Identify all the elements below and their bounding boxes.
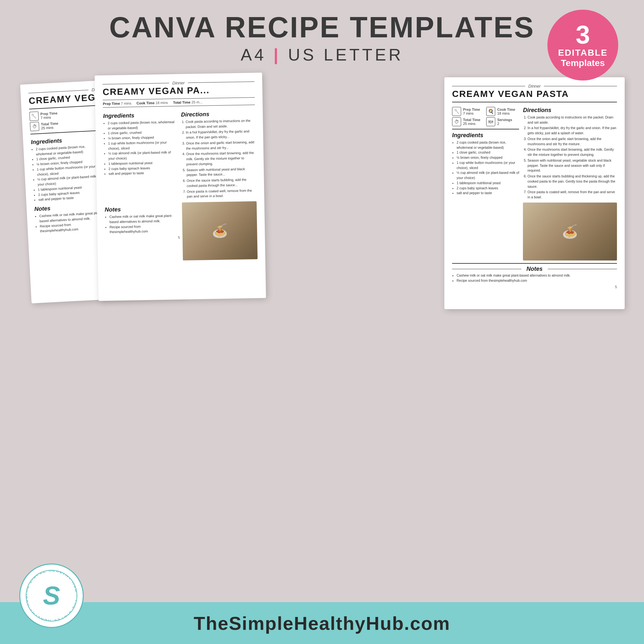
- mid-dir-1: Cook pasta according to instructions on …: [185, 118, 255, 129]
- mid-ing-5: ½ cup almond milk (or plant-based milk o…: [108, 150, 178, 161]
- header: CANVA RECIPE TEMPLATES A4 | US LETTER 3 …: [0, 0, 644, 71]
- servings-value-right: 2: [497, 122, 512, 126]
- total-value-right: 25 mins: [463, 122, 480, 126]
- badge-circle: 3 EDITABLE Templates: [547, 10, 618, 81]
- right-dir-3: Once the onion and garlic start browning…: [527, 137, 617, 147]
- templates-area: Dinner CREAMY VEGAN PASTA 🥄 Prep Time 7 …: [0, 71, 644, 312]
- right-dir-5: Season with nutritional yeast, vegetable…: [527, 158, 617, 173]
- mid-note-2: Recipe sourced from thesimplehealthyhub.…: [109, 223, 180, 235]
- prep-value: 7 mins: [41, 115, 58, 120]
- badge-templates: Templates: [561, 58, 605, 68]
- time-row-inline: Prep Time 7 mins Cook Time 18 mins Total…: [103, 97, 255, 108]
- ingredients-list-mid: 2 cups cooked pasta (brown rice, wholeme…: [103, 119, 178, 176]
- ingredients-list-right: 2 cups cooked pasta (brown rice, wholeme…: [452, 140, 519, 196]
- right-ing-8: salt and pepper to taste: [457, 191, 519, 196]
- right-note-1: Cashew milk or oat milk make great plant…: [457, 273, 617, 278]
- mid-ing-1: 2 cups cooked pasta (brown rice, wholeme…: [108, 119, 177, 131]
- right-ing-1: 2 cups cooked pasta (brown rice, wholeme…: [457, 140, 519, 150]
- servings-label-right: Servings: [497, 118, 512, 122]
- logo-inner: THE SIMPLE HEALTHY HUB • THE SIMPLE HEAL…: [26, 570, 77, 621]
- mid-note-1: Cashew milk or oat milk make great plant…: [109, 213, 180, 224]
- food-photo-mid: [182, 201, 258, 260]
- time-grid-right: 🥄 Prep Time 7 mins 🍳 Cook Time 18 mins: [452, 107, 519, 126]
- badge-number: 3: [576, 22, 590, 48]
- right-dir-6: Once the sauce starts bubbling and thick…: [527, 174, 617, 189]
- subtitle: A4 | US LETTER: [6, 45, 638, 64]
- logo-svg: THE SIMPLE HEALTHY HUB • THE SIMPLE HEAL…: [26, 570, 77, 621]
- directions-title-mid: Directions: [181, 110, 255, 118]
- mid-ing-4: 1 cup white button mushrooms (or your ch…: [108, 140, 178, 151]
- prep-label-right: Prep Time: [463, 108, 480, 111]
- mid-dir-6: Once the sauce starts bubbling, add the …: [187, 177, 257, 188]
- mid-dir-2: In a hot frypan/skillet, dry fry the gar…: [186, 129, 256, 140]
- total-icon: ⏱: [30, 122, 39, 131]
- prep-time-right: 🥄 Prep Time 7 mins: [452, 107, 485, 116]
- subtitle-separator: |: [273, 45, 281, 64]
- right-dir-1: Cook pasta according to instructions on …: [527, 115, 617, 125]
- right-ing-3: ¼ brown onion, finely chopped: [457, 155, 519, 160]
- cook-time-right: 🍳 Cook Time 18 mins: [486, 107, 519, 116]
- notes-list-left: Cashew milk or oat milk make great plant…: [35, 210, 104, 234]
- subtitle-us: US LETTER: [288, 45, 403, 64]
- recipe-card-right: Dinner CREAMY VEGAN PASTA 🥄 Prep Time 7 …: [444, 77, 625, 309]
- mid-dir-4: Once the mushrooms start browning, add t…: [186, 150, 256, 167]
- right-dir-4: Once the mushrooms start browning, add t…: [527, 147, 617, 157]
- footer: TheSimpleHealthyHub.com: [0, 602, 644, 644]
- directions-list-right: Cook pasta according to instructions on …: [523, 115, 617, 200]
- prep-icon: 🥄: [29, 111, 39, 121]
- total-icon-right: ⏱: [452, 117, 461, 126]
- svg-text:THE SIMPLE HEALTHY HUB • THE S: THE SIMPLE HEALTHY HUB • THE SIMPLE HEAL…: [26, 570, 77, 621]
- ingredients-title-right: Ingredients: [452, 132, 519, 139]
- logo-circle: THE SIMPLE HEALTHY HUB • THE SIMPLE HEAL…: [19, 563, 84, 628]
- servings-right: 🍽 Servings 2: [486, 117, 519, 126]
- cook-icon-right: 🍳: [486, 107, 495, 116]
- right-ing-6: 1 tablespoon nutritional yeast: [457, 181, 519, 186]
- recipe-card-middle: Dinner CREAMY VEGAN PA... Prep Time 7 mi…: [95, 73, 266, 301]
- cook-label-right: Cook Time: [497, 108, 515, 111]
- page-num-mid: 5: [105, 235, 180, 241]
- servings-icon-right: 🍽: [486, 117, 495, 126]
- ingredients-list-left: 2 cups cooked pasta (brown rice, wholeme…: [31, 143, 102, 203]
- total-label-right: Total Time: [463, 118, 480, 122]
- badge-editable: EDITABLE: [558, 48, 608, 58]
- notes-title-mid: Notes: [105, 205, 179, 213]
- cook-inline: Cook Time 18 mins: [137, 100, 168, 105]
- mid-dir-7: Once pasta is coated well, remove from t…: [187, 188, 257, 199]
- directions-title-right: Directions: [523, 107, 617, 114]
- notes-title-right: Notes: [526, 266, 543, 272]
- card-right-title: CREAMY VEGAN PASTA: [452, 89, 617, 99]
- right-ing-5: ½ cup almond milk (or plant-based milk o…: [457, 170, 519, 181]
- right-dir-2: In a hot frypan/skillet, dry fry the gar…: [527, 126, 617, 136]
- page-num-right: 5: [452, 285, 617, 289]
- right-ing-2: 1 clove garlic, crushed: [457, 150, 519, 155]
- middle-two-col: Ingredients 2 cups cooked pasta (brown r…: [103, 108, 257, 201]
- prep-inline: Prep Time 7 mins: [103, 101, 131, 106]
- mid-ing-8: salt and pepper to taste: [109, 170, 178, 176]
- food-photo-right: [523, 203, 617, 260]
- subtitle-a4: A4: [241, 45, 266, 64]
- main-title: CANVA RECIPE TEMPLATES: [6, 13, 638, 42]
- directions-list-mid: Cook pasta according to instructions on …: [181, 118, 256, 199]
- notes-list-right: Cashew milk or oat milk make great plant…: [452, 273, 617, 283]
- ingredients-title-mid: Ingredients: [103, 111, 177, 119]
- mid-dir-5: Season with nutritional yeast and black …: [186, 166, 256, 177]
- total-inline: Total Time 25 m...: [173, 100, 202, 105]
- card-right-category: Dinner: [452, 84, 617, 89]
- right-card-content: 🥄 Prep Time 7 mins 🍳 Cook Time 18 mins: [452, 104, 617, 260]
- total-value: 25 mins: [41, 125, 59, 130]
- prep-value-right: 7 mins: [463, 111, 480, 115]
- footer-website: TheSimpleHealthyHub.com: [194, 612, 450, 634]
- right-ing-7: 2 cups baby spinach leaves: [457, 186, 519, 191]
- right-note-2: Recipe sourced from thesimplehealthyhub.…: [457, 278, 617, 283]
- cook-value-right: 18 mins: [497, 111, 515, 115]
- total-time-item: ⏱ Total Time 25 mins: [30, 118, 99, 131]
- prep-icon-right: 🥄: [452, 107, 461, 116]
- right-ing-4: 1 cup white button mushrooms (or your ch…: [457, 160, 519, 171]
- card-middle-title: CREAMY VEGAN PA...: [103, 85, 255, 97]
- mid-dir-3: Once the onion and garlic start browning…: [186, 140, 256, 151]
- right-dir-7: Once pasta is coated well, remove from t…: [527, 190, 617, 200]
- total-time-right: ⏱ Total Time 25 mins: [452, 117, 485, 126]
- notes-list-mid: Cashew milk or oat milk make great plant…: [105, 213, 180, 235]
